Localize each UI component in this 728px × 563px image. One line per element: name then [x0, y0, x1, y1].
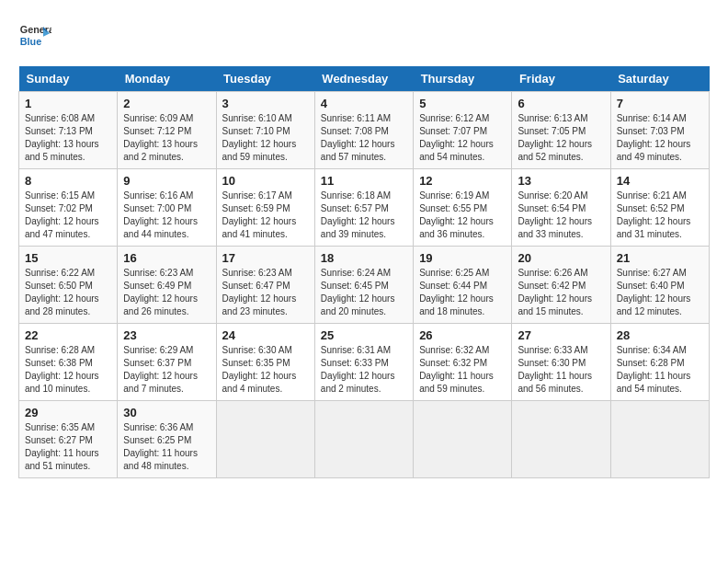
calendar-cell: 21 Sunrise: 6:27 AMSunset: 6:40 PMDaylig…	[610, 247, 709, 324]
calendar-cell: 24 Sunrise: 6:30 AMSunset: 6:35 PMDaylig…	[216, 324, 314, 401]
calendar-cell: 20 Sunrise: 6:26 AMSunset: 6:42 PMDaylig…	[512, 247, 610, 324]
day-number: 14	[617, 174, 703, 188]
day-info: Sunrise: 6:27 AMSunset: 6:40 PMDaylight:…	[617, 268, 691, 316]
calendar-cell: 4 Sunrise: 6:11 AMSunset: 7:08 PMDayligh…	[314, 92, 413, 169]
weekday-header-thursday: Thursday	[414, 66, 512, 92]
weekday-header-sunday: Sunday	[19, 66, 118, 92]
calendar-cell: 25 Sunrise: 6:31 AMSunset: 6:33 PMDaylig…	[314, 324, 413, 401]
calendar-table: SundayMondayTuesdayWednesdayThursdayFrid…	[18, 66, 710, 478]
calendar-cell: 9 Sunrise: 6:16 AMSunset: 7:00 PMDayligh…	[118, 169, 216, 247]
day-info: Sunrise: 6:31 AMSunset: 6:33 PMDaylight:…	[321, 345, 395, 394]
day-info: Sunrise: 6:33 AMSunset: 6:30 PMDaylight:…	[518, 345, 592, 394]
day-number: 11	[321, 174, 407, 188]
day-number: 12	[419, 174, 506, 188]
day-number: 1	[25, 97, 111, 110]
weekday-header-saturday: Saturday	[610, 66, 709, 92]
day-number: 3	[222, 97, 309, 110]
day-info: Sunrise: 6:16 AMSunset: 7:00 PMDaylight:…	[123, 190, 198, 239]
calendar-cell: 5 Sunrise: 6:12 AMSunset: 7:07 PMDayligh…	[414, 92, 512, 169]
weekday-header-monday: Monday	[118, 66, 216, 92]
day-info: Sunrise: 6:35 AMSunset: 6:27 PMDaylight:…	[25, 422, 99, 471]
calendar-week-row: 29 Sunrise: 6:35 AMSunset: 6:27 PMDaylig…	[19, 401, 710, 478]
day-info: Sunrise: 6:25 AMSunset: 6:44 PMDaylight:…	[419, 268, 494, 316]
day-info: Sunrise: 6:26 AMSunset: 6:42 PMDaylight:…	[518, 268, 592, 316]
day-info: Sunrise: 6:22 AMSunset: 6:50 PMDaylight:…	[25, 268, 99, 316]
logo-icon: General Blue	[18, 18, 51, 52]
calendar-week-row: 8 Sunrise: 6:15 AMSunset: 7:02 PMDayligh…	[19, 169, 710, 247]
day-number: 27	[518, 328, 604, 342]
calendar-week-row: 1 Sunrise: 6:08 AMSunset: 7:13 PMDayligh…	[19, 92, 710, 169]
calendar-week-row: 15 Sunrise: 6:22 AMSunset: 6:50 PMDaylig…	[19, 247, 710, 324]
day-info: Sunrise: 6:20 AMSunset: 6:54 PMDaylight:…	[518, 190, 592, 239]
day-number: 26	[419, 328, 506, 342]
day-info: Sunrise: 6:23 AMSunset: 6:47 PMDaylight:…	[222, 268, 297, 316]
calendar-cell: 12 Sunrise: 6:19 AMSunset: 6:55 PMDaylig…	[414, 169, 512, 247]
day-number: 21	[617, 251, 703, 265]
calendar-cell: 15 Sunrise: 6:22 AMSunset: 6:50 PMDaylig…	[19, 247, 118, 324]
day-info: Sunrise: 6:24 AMSunset: 6:45 PMDaylight:…	[321, 268, 395, 316]
calendar-cell	[216, 401, 314, 478]
day-number: 7	[617, 97, 703, 110]
day-number: 23	[123, 328, 210, 342]
weekday-header-friday: Friday	[512, 66, 610, 92]
calendar-cell: 8 Sunrise: 6:15 AMSunset: 7:02 PMDayligh…	[19, 169, 118, 247]
calendar-cell: 30 Sunrise: 6:36 AMSunset: 6:25 PMDaylig…	[118, 401, 216, 478]
day-number: 4	[321, 97, 407, 110]
day-number: 2	[123, 97, 210, 110]
weekday-header-wednesday: Wednesday	[314, 66, 413, 92]
calendar-cell: 18 Sunrise: 6:24 AMSunset: 6:45 PMDaylig…	[314, 247, 413, 324]
calendar-cell: 6 Sunrise: 6:13 AMSunset: 7:05 PMDayligh…	[512, 92, 610, 169]
calendar-cell	[414, 401, 512, 478]
svg-text:Blue: Blue	[20, 36, 41, 47]
calendar-cell: 13 Sunrise: 6:20 AMSunset: 6:54 PMDaylig…	[512, 169, 610, 247]
calendar-cell	[512, 401, 610, 478]
day-info: Sunrise: 6:18 AMSunset: 6:57 PMDaylight:…	[321, 190, 395, 239]
day-info: Sunrise: 6:29 AMSunset: 6:37 PMDaylight:…	[123, 345, 198, 394]
calendar-cell: 7 Sunrise: 6:14 AMSunset: 7:03 PMDayligh…	[610, 92, 709, 169]
day-number: 5	[419, 97, 506, 110]
calendar-cell: 19 Sunrise: 6:25 AMSunset: 6:44 PMDaylig…	[414, 247, 512, 324]
calendar-cell	[610, 401, 709, 478]
day-info: Sunrise: 6:30 AMSunset: 6:35 PMDaylight:…	[222, 345, 297, 394]
day-info: Sunrise: 6:28 AMSunset: 6:38 PMDaylight:…	[25, 345, 99, 394]
calendar-cell: 26 Sunrise: 6:32 AMSunset: 6:32 PMDaylig…	[414, 324, 512, 401]
day-info: Sunrise: 6:12 AMSunset: 7:07 PMDaylight:…	[419, 113, 494, 162]
day-number: 28	[617, 328, 703, 342]
calendar-cell	[314, 401, 413, 478]
day-number: 22	[25, 328, 111, 342]
calendar-cell: 16 Sunrise: 6:23 AMSunset: 6:49 PMDaylig…	[118, 247, 216, 324]
day-number: 29	[25, 406, 111, 419]
day-number: 20	[518, 251, 604, 265]
calendar-cell: 3 Sunrise: 6:10 AMSunset: 7:10 PMDayligh…	[216, 92, 314, 169]
weekday-header-tuesday: Tuesday	[216, 66, 314, 92]
calendar-week-row: 22 Sunrise: 6:28 AMSunset: 6:38 PMDaylig…	[19, 324, 710, 401]
day-info: Sunrise: 6:17 AMSunset: 6:59 PMDaylight:…	[222, 190, 297, 239]
day-number: 30	[123, 406, 210, 419]
calendar-cell: 27 Sunrise: 6:33 AMSunset: 6:30 PMDaylig…	[512, 324, 610, 401]
day-number: 9	[123, 174, 210, 188]
day-info: Sunrise: 6:34 AMSunset: 6:28 PMDaylight:…	[617, 345, 691, 394]
calendar-cell: 17 Sunrise: 6:23 AMSunset: 6:47 PMDaylig…	[216, 247, 314, 324]
day-info: Sunrise: 6:11 AMSunset: 7:08 PMDaylight:…	[321, 113, 395, 162]
day-number: 18	[321, 251, 407, 265]
day-info: Sunrise: 6:36 AMSunset: 6:25 PMDaylight:…	[123, 422, 198, 471]
day-info: Sunrise: 6:23 AMSunset: 6:49 PMDaylight:…	[123, 268, 198, 316]
day-info: Sunrise: 6:19 AMSunset: 6:55 PMDaylight:…	[419, 190, 494, 239]
page-header: General Blue	[18, 18, 710, 52]
day-number: 17	[222, 251, 309, 265]
calendar-cell: 10 Sunrise: 6:17 AMSunset: 6:59 PMDaylig…	[216, 169, 314, 247]
day-info: Sunrise: 6:15 AMSunset: 7:02 PMDaylight:…	[25, 190, 99, 239]
day-number: 10	[222, 174, 309, 188]
day-info: Sunrise: 6:08 AMSunset: 7:13 PMDaylight:…	[25, 113, 99, 162]
calendar-cell: 29 Sunrise: 6:35 AMSunset: 6:27 PMDaylig…	[19, 401, 118, 478]
calendar-cell: 1 Sunrise: 6:08 AMSunset: 7:13 PMDayligh…	[19, 92, 118, 169]
day-number: 8	[25, 174, 111, 188]
day-number: 24	[222, 328, 309, 342]
calendar-cell: 22 Sunrise: 6:28 AMSunset: 6:38 PMDaylig…	[19, 324, 118, 401]
calendar-cell: 2 Sunrise: 6:09 AMSunset: 7:12 PMDayligh…	[118, 92, 216, 169]
day-number: 13	[518, 174, 604, 188]
day-number: 19	[419, 251, 506, 265]
calendar-cell: 11 Sunrise: 6:18 AMSunset: 6:57 PMDaylig…	[314, 169, 413, 247]
day-info: Sunrise: 6:09 AMSunset: 7:12 PMDaylight:…	[123, 113, 198, 162]
weekday-header-row: SundayMondayTuesdayWednesdayThursdayFrid…	[19, 66, 710, 92]
